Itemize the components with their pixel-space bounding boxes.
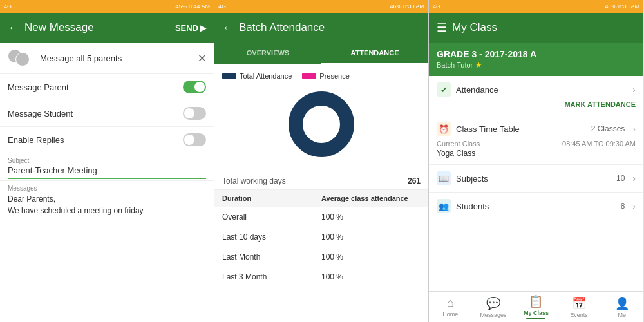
nav-events[interactable]: 📅 Events [558, 296, 601, 318]
status-left-3: 4G [433, 3, 440, 10]
toggle-label-replies: Enable Replies [8, 135, 64, 145]
top-bar-3: ☰ My Class [429, 13, 643, 43]
back-button-2[interactable]: ← [222, 21, 234, 35]
donut-chart [286, 89, 357, 160]
menu-button[interactable]: ☰ [437, 21, 447, 35]
nav-myclass-label: My Class [524, 310, 549, 316]
status-right-3: 46% 8:38 AM [605, 3, 639, 10]
timetable-label: Class Time Table [456, 124, 586, 134]
toggle-message-parent[interactable] [183, 80, 206, 93]
avatar-group [8, 49, 33, 67]
events-icon: 📅 [572, 296, 586, 310]
legend-label-total: Total Attendance [240, 72, 292, 80]
subject-input[interactable]: Parent-Teacher Meeting [8, 166, 206, 179]
messages-input[interactable]: Dear Parents,We have scheduled a meeting… [8, 193, 206, 216]
back-button-1[interactable]: ← [8, 21, 19, 35]
col-header-duration: Duration [222, 194, 321, 202]
current-class-label: Current Class [437, 140, 480, 147]
tab-bar-2: OVERVIEWS ATTENDANCE [214, 43, 428, 64]
status-right-2: 46% 8:38 AM [390, 3, 424, 10]
subjects-label: Subjects [456, 174, 611, 184]
send-button[interactable]: SEND ▶ [175, 23, 206, 33]
nav-messages-label: Messages [480, 312, 506, 318]
class-tutor-row: Batch Tutor ★ [437, 61, 636, 70]
nav-home-label: Home [442, 311, 458, 317]
timetable-count: 2 Classes [591, 124, 625, 133]
chevron-icon-students: › [632, 201, 636, 211]
toggle-enable-replies[interactable] [183, 133, 206, 146]
panel2-content: Total Attendance Presence Total working … [214, 64, 428, 322]
nav-me[interactable]: 👤 Me [600, 296, 643, 318]
section-attendance[interactable]: ✔ Attendance › MARK ATTENDANCE [429, 76, 643, 115]
nav-events-label: Events [570, 312, 588, 318]
messages-field-group: Messages Dear Parents,We have scheduled … [0, 181, 214, 218]
nav-messages[interactable]: 💬 Messages [472, 296, 515, 318]
status-right-1: 45% 8:44 AM [175, 3, 210, 10]
page-title-2: Batch Attendance [239, 21, 421, 34]
legend-total: Total Attendance [222, 72, 292, 80]
status-left-2: 4G [218, 3, 226, 10]
table-row: Last Month 100 % [214, 247, 428, 267]
attendance-table: Duration Average class attendance Overal… [214, 190, 428, 287]
signal-icon-3: 4G [433, 3, 440, 10]
nav-home[interactable]: ⌂ Home [429, 296, 472, 317]
chevron-icon-attendance: › [632, 84, 636, 95]
chart-area: Total Attendance Presence [214, 64, 428, 173]
legend-label-presence: Presence [319, 72, 349, 80]
battery-time-3: 46% 8:38 AM [605, 3, 639, 10]
class-detail: Current Class 08:45 AM TO 09:30 AM [437, 140, 636, 147]
section-subjects[interactable]: 📖 Subjects 10 › [429, 165, 643, 193]
signal-icon: 4G [4, 3, 12, 10]
status-bar-3: 4G 46% 8:38 AM [429, 0, 643, 13]
timetable-row: ⏰ Class Time Table 2 Classes › [437, 122, 636, 136]
toggle-knob-parent [194, 82, 205, 92]
chevron-icon-timetable: › [632, 124, 636, 134]
myclass-icon: 📋 [529, 294, 543, 308]
total-working-days-label: Total working days [222, 176, 286, 185]
tutor-label: Batch Tutor [437, 61, 473, 69]
td-attendance-1: 100 % [321, 232, 421, 242]
toggle-message-student[interactable] [183, 107, 206, 120]
current-class-name: Yoga Class [437, 149, 636, 158]
star-icon: ★ [475, 61, 482, 70]
chevron-icon-subjects: › [632, 173, 636, 184]
table-row: Overall 100 % [214, 207, 428, 227]
td-attendance-3: 100 % [321, 272, 421, 281]
td-duration-1: Last 10 days [222, 232, 321, 242]
td-attendance-2: 100 % [321, 252, 421, 261]
recipient-text: Message all 5 parents [40, 53, 191, 63]
home-icon: ⌂ [447, 296, 454, 310]
toggle-knob-student [184, 108, 194, 118]
messages-label: Messages [8, 185, 206, 192]
panel-new-message: 4G 45% 8:44 AM ← New Message SEND ▶ Mess… [0, 0, 214, 322]
donut-svg [286, 89, 357, 160]
toggle-knob-replies [184, 135, 194, 145]
students-row: 👥 Students 8 › [437, 199, 636, 213]
legend-color-presence [302, 73, 316, 79]
subject-label: Subject [8, 157, 206, 164]
stats-row: Total working days 261 [214, 173, 428, 190]
td-attendance-0: 100 % [321, 213, 421, 222]
battery-time-2: 46% 8:38 AM [390, 3, 424, 10]
nav-me-label: Me [618, 312, 626, 318]
mark-attendance-button[interactable]: MARK ATTENDANCE [437, 100, 636, 108]
tab-overviews[interactable]: OVERVIEWS [214, 43, 321, 64]
battery-time-1: 45% 8:44 AM [175, 3, 210, 10]
students-count: 8 [621, 202, 625, 211]
section-timetable[interactable]: ⏰ Class Time Table 2 Classes › Current C… [429, 115, 643, 165]
recipient-row: Message all 5 parents ✕ [0, 43, 214, 74]
table-row: Last 10 days 100 % [214, 227, 428, 247]
nav-myclass[interactable]: 📋 My Class [515, 294, 558, 319]
svg-point-1 [304, 107, 339, 142]
top-bar-2: ← Batch Attendance [214, 13, 428, 43]
tab-attendance[interactable]: ATTENDANCE [321, 43, 428, 64]
send-arrow-icon: ▶ [200, 23, 206, 33]
close-recipient-button[interactable]: ✕ [198, 52, 206, 64]
me-icon: 👤 [615, 296, 629, 310]
chart-legend: Total Attendance Presence [222, 72, 350, 80]
status-bar-1: 4G 45% 8:44 AM [0, 0, 214, 13]
total-working-days-value: 261 [408, 176, 421, 185]
status-left-1: 4G [4, 3, 12, 10]
section-students[interactable]: 👥 Students 8 › [429, 193, 643, 220]
status-bar-2: 4G 46% 8:38 AM [214, 0, 428, 13]
